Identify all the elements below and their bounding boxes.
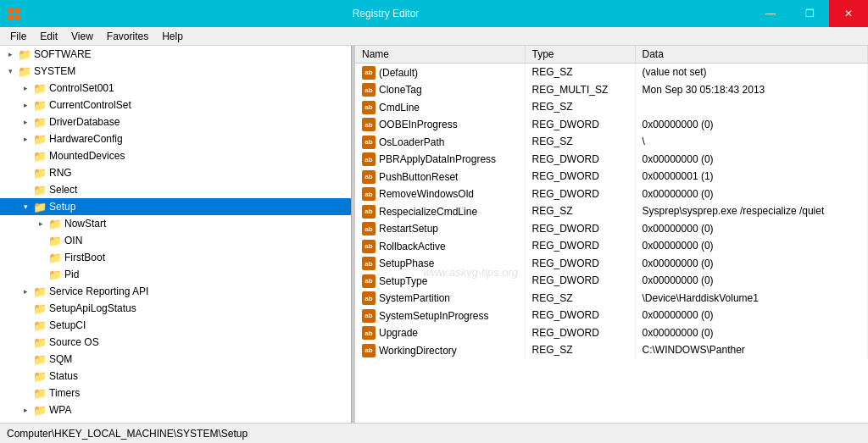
ab-icon: ab — [362, 136, 376, 149]
values-pane[interactable]: NameTypeDataab(Default)REG_SZ(value not … — [355, 46, 868, 423]
value-name-text: RemoveWindowsOld — [379, 188, 474, 200]
expand-btn-controlset001[interactable]: ▸ — [19, 81, 32, 95]
value-row[interactable]: abCloneTagREG_MULTI_SZMon Sep 30 05:18:4… — [355, 81, 868, 99]
expand-btn-hkey_users[interactable]: ▸ — [3, 420, 17, 423]
expand-btn-timers[interactable] — [19, 386, 32, 400]
tree-item-sourceos[interactable]: 📁Source OS — [0, 334, 351, 351]
tree-item-software[interactable]: ▸📁SOFTWARE — [0, 46, 351, 63]
tree-label-firstboot: FirstBoot — [63, 252, 105, 263]
value-row[interactable]: abRestartSetupREG_DWORD0x00000000 (0) — [355, 220, 868, 238]
expand-btn-nowstart[interactable]: ▸ — [34, 217, 47, 230]
svg-rect-2 — [8, 14, 13, 19]
expand-btn-setupci[interactable] — [19, 318, 32, 332]
value-data: 0x00000000 (0) — [635, 307, 868, 324]
value-row[interactable]: abRemoveWindowsOldREG_DWORD0x00000000 (0… — [355, 186, 868, 203]
tree-pane[interactable]: ▸📁SOFTWARE▾📁SYSTEM▸📁ControlSet001▸📁Curre… — [0, 46, 352, 423]
expand-btn-oin[interactable] — [34, 234, 47, 247]
value-row[interactable]: abSetupTypeREG_DWORD0x00000000 (0) — [355, 272, 868, 290]
tree-item-setupapilogstatus[interactable]: 📁SetupApiLogStatus — [0, 300, 351, 317]
folder-icon-setupci: 📁 — [32, 318, 47, 332]
tree-label-hkey_users: HKEY_USERS — [32, 421, 103, 423]
expand-btn-sourceos[interactable] — [19, 335, 32, 349]
value-row[interactable]: ab(Default)REG_SZ(value not set) — [355, 64, 868, 81]
tree-label-wpa: WPA — [47, 404, 71, 416]
expand-btn-status[interactable] — [19, 369, 32, 383]
value-row[interactable]: abRollbackActiveREG_DWORD0x00000000 (0) — [355, 237, 868, 255]
folder-icon-oin: 📁 — [47, 234, 63, 247]
tree-item-hardwareconfig[interactable]: ▸📁HardwareConfig — [0, 130, 351, 147]
expand-btn-driverdatabase[interactable]: ▸ — [19, 115, 32, 129]
value-row[interactable]: abWorkingDirectoryREG_SZC:\WINDOWS\Panth… — [355, 341, 868, 359]
tree-item-hkey_users[interactable]: ▸📁HKEY_USERS — [0, 418, 351, 423]
value-row[interactable]: abUpgradeREG_DWORD0x00000000 (0) — [355, 324, 868, 342]
value-name-text: PBRApplyDataInProgress — [379, 153, 496, 165]
menu-view[interactable]: View — [64, 29, 100, 44]
expand-btn-hardwareconfig[interactable]: ▸ — [19, 132, 32, 146]
value-name: abOsLoaderPath — [355, 133, 525, 151]
expand-btn-rng[interactable] — [19, 166, 32, 180]
tree-item-setupci[interactable]: 📁SetupCI — [0, 317, 351, 334]
value-name: abRespecializeCmdLine — [355, 202, 525, 220]
tree-item-nowstart[interactable]: ▸📁NowStart — [0, 215, 351, 232]
menu-favorites[interactable]: Favorites — [100, 29, 155, 44]
restore-button[interactable]: ❐ — [790, 0, 829, 27]
tree-item-currentcontrolset[interactable]: ▸📁CurrentControlSet — [0, 97, 351, 114]
expand-btn-select[interactable] — [19, 183, 32, 197]
tree-item-controlset001[interactable]: ▸📁ControlSet001 — [0, 80, 351, 97]
expand-btn-system[interactable]: ▾ — [3, 64, 17, 78]
value-type: REG_SZ — [525, 290, 635, 307]
value-row[interactable]: abPBRApplyDataInProgressREG_DWORD0x00000… — [355, 151, 868, 169]
expand-btn-mounteddevices[interactable] — [19, 149, 32, 163]
value-type: REG_DWORD — [525, 168, 635, 186]
value-row[interactable]: abSystemPartitionREG_SZ\Device\HarddiskV… — [355, 290, 868, 307]
menu-edit[interactable]: Edit — [33, 29, 64, 44]
col-header-type: Type — [525, 46, 635, 64]
value-name: abRemoveWindowsOld — [355, 186, 525, 203]
expand-btn-sqm[interactable] — [19, 352, 32, 366]
value-data: 0x00000000 (0) — [635, 116, 868, 134]
dword-icon: ab — [362, 274, 376, 288]
value-name: abUpgrade — [355, 324, 525, 342]
tree-item-oin[interactable]: 📁OIN — [0, 232, 351, 249]
expand-btn-pid[interactable] — [34, 268, 47, 281]
tree-item-select[interactable]: 📁Select — [0, 181, 351, 198]
expand-btn-setup[interactable]: ▾ — [19, 200, 32, 213]
minimize-button[interactable]: — — [751, 0, 790, 27]
tree-item-setup[interactable]: ▾📁Setup — [0, 198, 351, 215]
tree-item-rng[interactable]: 📁RNG — [0, 164, 351, 181]
folder-icon-select: 📁 — [32, 183, 47, 197]
dword-icon: ab — [362, 240, 376, 253]
tree-item-system[interactable]: ▾📁SYSTEM — [0, 63, 351, 80]
value-row[interactable]: abCmdLineREG_SZ — [355, 98, 868, 116]
value-row[interactable]: abOsLoaderPathREG_SZ\ — [355, 133, 868, 151]
value-row[interactable]: abRespecializeCmdLineREG_SZSysprep\syspr… — [355, 202, 868, 220]
expand-btn-setupapilogstatus[interactable] — [19, 302, 32, 315]
value-row[interactable]: abSetupPhaseREG_DWORD0x00000000 (0) — [355, 255, 868, 273]
tree-label-sourceos: Source OS — [47, 336, 99, 348]
expand-btn-firstboot[interactable] — [34, 251, 47, 264]
expand-btn-currentcontrolset[interactable]: ▸ — [19, 98, 32, 112]
value-type: REG_DWORD — [525, 324, 635, 342]
tree-item-status[interactable]: 📁Status — [0, 368, 351, 385]
value-row[interactable]: abSystemSetupInProgressREG_DWORD0x000000… — [355, 307, 868, 324]
tree-item-mounteddevices[interactable]: 📁MountedDevices — [0, 147, 351, 164]
tree-item-firstboot[interactable]: 📁FirstBoot — [0, 249, 351, 266]
ab-icon: ab — [362, 101, 376, 114]
tree-item-sqm[interactable]: 📁SQM — [0, 351, 351, 368]
value-data: 0x00000000 (0) — [635, 151, 868, 169]
value-data: 0x00000000 (0) — [635, 237, 868, 255]
tree-item-driverdatabase[interactable]: ▸📁DriverDatabase — [0, 114, 351, 130]
expand-btn-software[interactable]: ▸ — [3, 47, 17, 61]
tree-item-pid[interactable]: 📁Pid — [0, 266, 351, 283]
menu-help[interactable]: Help — [155, 29, 190, 44]
expand-btn-servicereportingapi[interactable]: ▸ — [19, 285, 32, 298]
close-button[interactable]: ✕ — [829, 0, 868, 27]
value-row[interactable]: abOOBEInProgressREG_DWORD0x00000000 (0) — [355, 116, 868, 134]
tree-item-servicereportingapi[interactable]: ▸📁Service Reporting API — [0, 283, 351, 300]
expand-btn-wpa[interactable]: ▸ — [19, 403, 32, 417]
folder-icon-mounteddevices: 📁 — [32, 149, 47, 163]
menu-file[interactable]: File — [3, 29, 33, 44]
value-row[interactable]: abPushButtonResetREG_DWORD0x00000001 (1) — [355, 168, 868, 186]
tree-item-timers[interactable]: 📁Timers — [0, 385, 351, 401]
tree-item-wpa[interactable]: ▸📁WPA — [0, 401, 351, 418]
